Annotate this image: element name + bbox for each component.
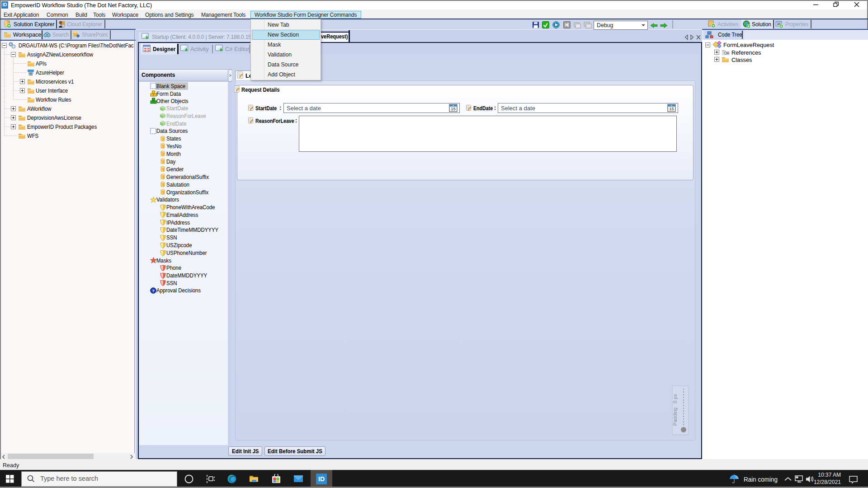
- svg-text:?: ?: [152, 288, 155, 293]
- svg-text:15: 15: [451, 106, 456, 111]
- svg-text:15: 15: [669, 106, 674, 111]
